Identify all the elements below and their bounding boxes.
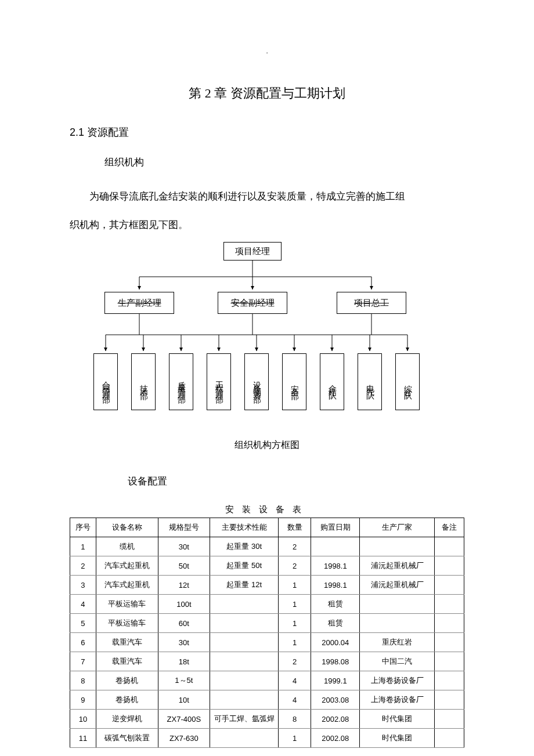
table-cell [210,671,279,690]
table-row: 6载重汽车30t12000.04重庆红岩 [70,633,464,652]
org-dept-quality: 质量管理部 [169,353,193,410]
equipment-table: 序号 设备名称 规格型号 主要技术性能 数量 购置日期 生产厂家 备注 1缆机3… [70,518,464,748]
table-row: 7载重汽车18t21998.08中国二汽 [70,652,464,671]
table-cell [435,537,464,556]
table-cell: 租赁 [311,614,360,633]
table-cell [435,633,464,652]
page-header-dot: . [70,46,464,56]
org-chart-caption: 组织机构方框图 [70,439,464,451]
table-row: 1缆机30t起重量 30t2 [70,537,464,556]
table-cell: 2003.08 [311,690,360,710]
table-cell: 1 [279,633,311,652]
table-row: 11碳弧气刨装置ZX7-63012002.08时代集团 [70,729,464,748]
table-cell: 1998.1 [311,576,360,595]
table-cell [360,614,435,633]
table-cell [435,710,464,729]
table-cell: 1 [279,729,311,748]
table-header-row: 序号 设备名称 规格型号 主要技术性能 数量 购置日期 生产厂家 备注 [70,518,464,537]
table-cell: 载重汽车 [96,633,158,652]
table-cell: 重庆红岩 [360,633,435,652]
table-cell: 60t [158,614,210,633]
table-cell: 8 [279,710,311,729]
table-cell: 50t [158,556,210,576]
table-cell: 3 [70,576,96,595]
table-cell: 2002.08 [311,710,360,729]
chapter-title: 第 2 章 资源配置与工期计划 [70,85,464,102]
table-cell [435,556,464,576]
table-cell: 平板运输车 [96,614,158,633]
table-cell: 卷扬机 [96,671,158,690]
table-row: 3汽车式起重机12t起重量 12t11998.1浦沅起重机械厂 [70,576,464,595]
table-cell: 1 [279,595,311,614]
table-row: 9卷扬机10t42003.08上海卷扬设备厂 [70,690,464,710]
table-cell: 逆变焊机 [96,710,158,729]
table-cell [311,537,360,556]
table-cell: 2000.04 [311,633,360,652]
table-row: 10逆变焊机ZX7-400S可手工焊、氩弧焊82002.08时代集团 [70,710,464,729]
table-cell: 2 [279,537,311,556]
th-perf: 主要技术性能 [210,518,279,537]
table-cell: 碳弧气刨装置 [96,729,158,748]
table-cell: 1998.1 [311,556,360,576]
table-cell [435,614,464,633]
table-cell: 4 [70,595,96,614]
org-box-production-deputy: 生产副经理 [104,292,174,314]
table-cell: 浦沅起重机械厂 [360,556,435,576]
table-cell: 浦沅起重机械厂 [360,576,435,595]
th-qty: 数量 [279,518,311,537]
table-cell: 1 [70,537,96,556]
table-cell: 2 [279,556,311,576]
table-cell: 上海卷扬设备厂 [360,671,435,690]
org-dept-contract: 合同管理部 [93,353,118,410]
table-row: 5平板运输车60t1租赁 [70,614,464,633]
table-cell [210,633,279,652]
table-cell: 5 [70,614,96,633]
table-cell [210,652,279,671]
table-cell: 1999.1 [311,671,360,690]
table-cell: 2 [279,652,311,671]
table-cell: 1998.08 [311,652,360,671]
org-dept-project: 工程管理部 [207,353,231,410]
table-cell: 10 [70,710,96,729]
table-cell [360,537,435,556]
table-cell: 汽车式起重机 [96,576,158,595]
equipment-table-title: 安装设备表 [70,504,464,515]
paragraph-2-row: 织机构，其方框图见下图。 [70,214,464,236]
table-cell [210,595,279,614]
org-dept-equipment: 设备物资部 [244,353,269,410]
paragraph-1: 为确保导流底孔金结安装的顺利进行以及安装质量，特成立完善的施工组 [70,185,464,208]
th-date: 购置日期 [311,518,360,537]
table-row: 8卷扬机1～5t41999.1上海卷扬设备厂 [70,671,464,690]
table-cell: 18t [158,652,210,671]
org-dept-general: 综合队 [395,353,420,410]
table-cell: 8 [70,671,96,690]
table-cell [210,729,279,748]
table-cell: ZX7-400S [158,710,210,729]
section-2-1-heading: 2.1 资源配置 [70,125,464,139]
th-index: 序号 [70,518,96,537]
table-cell: ZX7-630 [158,729,210,748]
table-cell: 100t [158,595,210,614]
table-cell: 起重量 30t [210,537,279,556]
table-cell: 2 [70,556,96,576]
table-cell: 1～5t [158,671,210,690]
org-box-safety-deputy: 安全副经理 [218,292,287,314]
subheading-equipment: 设备配置 [128,475,464,488]
table-cell: 时代集团 [360,729,435,748]
table-cell [435,671,464,690]
org-dept-electric: 电气队 [358,353,382,410]
table-cell [360,595,435,614]
table-row: 4平板运输车100t1租赁 [70,595,464,614]
org-dept-safety: 安全部 [282,353,306,410]
paragraph-2-text: 织机构，其方框图见下图。 [70,214,188,236]
table-row: 2汽车式起重机50t起重量 50t21998.1浦沅起重机械厂 [70,556,464,576]
table-cell [435,729,464,748]
org-box-chief-engineer: 项目总工 [337,292,406,314]
table-cell [435,652,464,671]
document-page: . 第 2 章 资源配置与工期计划 2.1 资源配置 组织机构 为确保导流底孔金… [0,0,534,756]
table-cell: 2002.08 [311,729,360,748]
table-cell: 卷扬机 [96,690,158,710]
table-cell: 4 [279,690,311,710]
table-cell [435,576,464,595]
table-cell: 上海卷扬设备厂 [360,690,435,710]
